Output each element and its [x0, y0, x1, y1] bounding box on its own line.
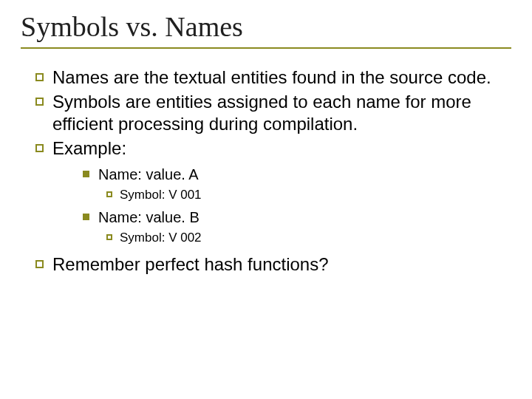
bullet-list-level3: Symbol: V 001: [106, 187, 511, 203]
square-outline-icon: [106, 191, 112, 197]
bullet-item: Symbol: V 001: [106, 187, 511, 203]
bullet-text: Remember perfect hash functions?: [52, 253, 329, 276]
bullet-text: Symbols are entities assigned to each na…: [52, 91, 511, 136]
bullet-text: Symbol: V 001: [120, 187, 202, 203]
bullet-list-level2: Name: value. A Symbol: V 001 Name: value…: [83, 165, 511, 246]
square-outline-icon: [35, 144, 44, 152]
square-outline-icon: [35, 260, 44, 268]
bullet-text: Name: value. A: [98, 165, 199, 184]
bullet-text: Name: value. B: [98, 208, 200, 227]
bullet-list-level3: Symbol: V 002: [106, 230, 511, 246]
bullet-list-level1: Names are the textual entities found in …: [35, 66, 511, 276]
square-solid-icon: [83, 171, 89, 177]
slide-title: Symbols vs. Names: [21, 10, 511, 49]
bullet-item: Name: value. B: [83, 208, 511, 227]
slide: Symbols vs. Names Names are the textual …: [0, 0, 532, 276]
bullet-item: Names are the textual entities found in …: [35, 66, 511, 89]
bullet-text: Example:: [52, 137, 126, 160]
bullet-item: Remember perfect hash functions?: [35, 253, 511, 276]
square-solid-icon: [83, 214, 89, 220]
bullet-text: Names are the textual entities found in …: [52, 66, 491, 89]
square-outline-icon: [106, 234, 112, 240]
bullet-item: Example:: [35, 137, 511, 160]
bullet-text: Symbol: V 002: [120, 230, 202, 246]
bullet-item: Symbols are entities assigned to each na…: [35, 91, 511, 136]
square-outline-icon: [35, 73, 44, 81]
bullet-item: Symbol: V 002: [106, 230, 511, 246]
square-outline-icon: [35, 98, 44, 106]
bullet-item: Name: value. A: [83, 165, 511, 184]
